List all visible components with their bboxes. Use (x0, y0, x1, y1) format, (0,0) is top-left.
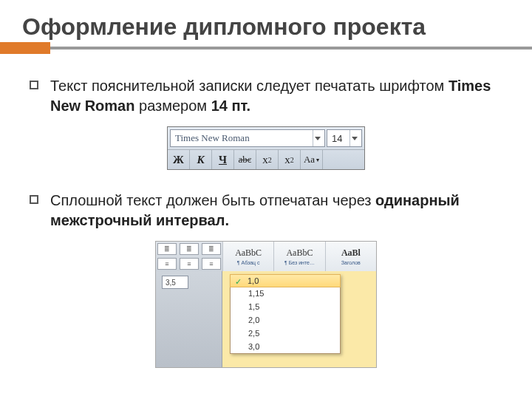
strikethrough-button[interactable]: abc (234, 150, 256, 169)
spacing-option-1-0[interactable]: ✓ 1,0 (230, 274, 341, 287)
x-base: x (262, 154, 268, 166)
bullet-text-1: Текст пояснительной записки следует печа… (50, 76, 502, 116)
para-mini-btn[interactable]: ≡ (157, 258, 177, 270)
dropdown-arrow-icon[interactable] (313, 130, 321, 146)
style-label: ¶ Без инте… (284, 260, 315, 265)
spacing-option-1-15[interactable]: 1,15 (231, 287, 340, 300)
spacing-label: 2,5 (248, 329, 259, 338)
rule-gray (0, 47, 532, 50)
square-bullet-icon (30, 195, 38, 204)
content-area: Текст пояснительной записки следует печа… (0, 54, 532, 368)
sub-index: 2 (268, 156, 272, 164)
style-gallery-item[interactable]: АаВl Заголов (325, 242, 376, 271)
text-run: размером (134, 98, 211, 114)
sup-index: 2 (290, 156, 294, 164)
style-gallery: АаВbС ¶ Абзац с АаВbС ¶ Без инте… АаВl З… (222, 242, 376, 271)
style-gallery-item[interactable]: АаВbС ¶ Абзац с (222, 242, 273, 271)
italic-button[interactable]: К (190, 150, 212, 169)
spacing-label: 1,15 (248, 289, 264, 298)
font-toolbar: Times New Roman 14 Ж К Ч abc x2 x2 Aa▾ (167, 126, 365, 170)
style-sample: АаВbС (235, 248, 262, 259)
para-mini-btn[interactable]: ≣ (202, 243, 221, 255)
paragraph-mini-group: ≣ ≣ ≣ ≡ ≡ ≡ (156, 242, 222, 271)
text-run: Текст пояснительной записки следует печа… (50, 78, 449, 94)
style-sample-bold: АаВl (341, 248, 361, 259)
para-mini-btn[interactable]: ≡ (202, 258, 221, 270)
subscript-button[interactable]: x2 (256, 150, 279, 169)
change-case-button[interactable]: Aa▾ (301, 150, 323, 169)
spacing-label: 3,0 (248, 342, 259, 351)
line-spacing-menu: ✓ 1,0 1,15 1,5 2,0 2,5 3,0 (230, 274, 341, 354)
text-run: Сплошной текст должен быть отпечатан чер… (50, 192, 375, 208)
spacing-label: 1,5 (248, 302, 259, 311)
aa-label: Aa (304, 154, 315, 166)
style-gallery-item[interactable]: АаВbС ¶ Без инте… (273, 242, 324, 271)
styles-toolbar: ≣ ≣ ≣ ≡ ≡ ≡ АаВbС ¶ Абзац с АаВbС ¶ Без … (155, 241, 377, 368)
superscript-button[interactable]: x2 (279, 150, 301, 169)
para-mini-btn[interactable]: ≣ (180, 243, 199, 255)
slide-title: Оформление дипломного проекта (0, 0, 532, 47)
chevron-down-icon: ▾ (316, 157, 319, 163)
x-base: x (284, 154, 290, 166)
indent-value-box[interactable]: 3,5 (162, 276, 188, 289)
para-mini-btn[interactable]: ≣ (157, 243, 177, 255)
spacing-option-3-0[interactable]: 3,0 (231, 340, 340, 353)
paragraph-panel: 3,5 (156, 271, 222, 367)
font-toolbar-row-buttons: Ж К Ч abc x2 x2 Aa▾ (168, 150, 364, 169)
bullet-text-2: Сплошной текст должен быть отпечатан чер… (50, 191, 502, 231)
title-rule (0, 47, 532, 54)
style-label: Заголов (341, 260, 361, 265)
bold-button[interactable]: Ж (168, 150, 190, 169)
dropdown-arrow-icon[interactable] (349, 130, 358, 146)
style-sample: АаВbС (287, 248, 313, 259)
spacing-option-2-0[interactable]: 2,0 (231, 313, 340, 327)
list-item: Сплошной текст должен быть отпечатан чер… (30, 191, 502, 231)
spacing-label: 1,0 (248, 276, 259, 285)
strike-label: abc (238, 154, 251, 166)
spacing-option-2-5[interactable]: 2,5 (231, 327, 340, 340)
font-size-value: 14 (332, 133, 342, 144)
font-family-combobox[interactable]: Times New Roman (170, 129, 325, 147)
styles-toolbar-body: 3,5 ✓ 1,0 1,15 1,5 2,0 2,5 3,0 (156, 271, 376, 367)
spacing-option-1-5[interactable]: 1,5 (231, 300, 340, 313)
list-item: Текст пояснительной записки следует печа… (30, 76, 502, 116)
check-icon: ✓ (235, 277, 244, 286)
font-family-value: Times New Roman (175, 132, 250, 144)
font-toolbar-row-selectors: Times New Roman 14 (168, 127, 364, 150)
text-bold-size: 14 пт. (211, 98, 250, 114)
style-label: ¶ Абзац с (237, 260, 260, 265)
spacing-label: 2,0 (248, 316, 259, 324)
underline-button[interactable]: Ч (212, 150, 234, 169)
para-mini-btn[interactable]: ≡ (180, 258, 199, 270)
rule-orange-accent (0, 42, 50, 54)
font-size-combobox[interactable]: 14 (327, 129, 362, 147)
styles-toolbar-top: ≣ ≣ ≣ ≡ ≡ ≡ АаВbС ¶ Абзац с АаВbС ¶ Без … (156, 242, 376, 271)
square-bullet-icon (30, 81, 38, 89)
